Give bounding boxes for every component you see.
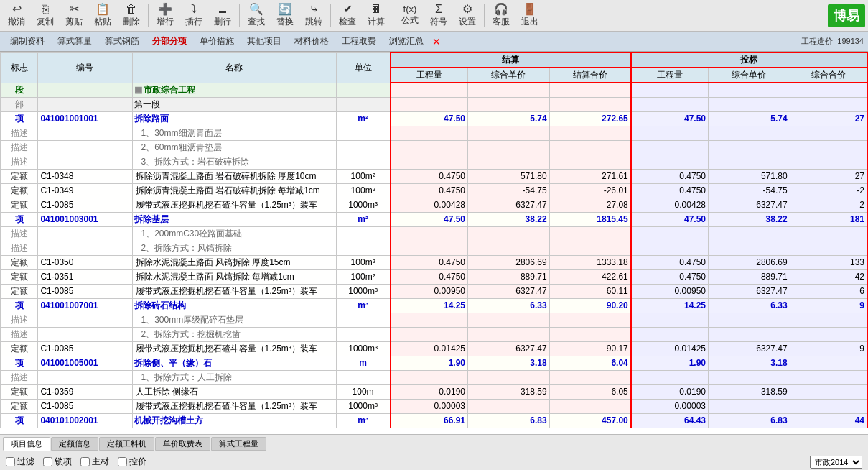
table-row[interactable]: 定额 C1-0348 拆除沥青混凝土路面 岩石破碎机拆除 厚度10cm 100m… [1,169,868,183]
cell-tz-total: -2 [790,183,867,198]
cell-code [38,226,132,241]
table-row[interactable]: 定额 C1-0349 拆除沥青混凝土路面 岩石破碎机拆除 每增减1cm 100m… [1,183,868,198]
table-row[interactable]: 段 ▣市政综合工程 [1,83,868,97]
cell-js-qty [391,83,468,97]
lock-checkbox[interactable] [43,457,52,466]
calc-button[interactable]: 🖩 计算 [363,2,390,29]
tab-quota-info[interactable]: 定额信息 [51,437,98,451]
jump-button[interactable]: ⤷ 跳转 [300,2,327,29]
control-price-checkbox-label[interactable]: 控价 [118,456,146,468]
menu-qita[interactable]: 其他项目 [241,34,287,49]
paste-button[interactable]: 📋 粘贴 [89,2,116,29]
cell-tz-up: 889.71 [709,269,790,284]
table-row[interactable]: 定额 C1-0085 履带式液压挖掘机挖石碴斗容量（1.25m³）装车 1000… [1,341,868,356]
insert-icon: ⤵ [191,4,197,15]
th-code: 编号 [38,52,132,83]
menu-danjia[interactable]: 单价措施 [194,34,240,49]
cell-js-up [468,226,550,241]
cell-js-up: 6327.47 [468,284,550,298]
close-tab-icon[interactable]: ✕ [432,36,441,47]
cell-tz-up: 6.33 [709,298,790,313]
delete-button[interactable]: 🗑 删除 [118,2,145,29]
main-material-checkbox-label[interactable]: 主材 [80,456,109,468]
cell-name: 拆除水泥混凝土路面 风镐拆除 厚度15cm [132,255,336,269]
find-button[interactable]: 🔍 查找 [243,2,270,29]
table-row[interactable]: 项 041001001001 拆除路面 m² 47.50 5.74 272.65… [1,111,868,126]
menu-bianzhi[interactable]: 编制资料 [4,34,50,49]
cell-tz-qty: 47.50 [631,111,709,126]
check-button[interactable]: ✔ 检查 [334,2,361,29]
undo-button[interactable]: ↩ 撤消 [3,2,30,29]
table-row[interactable]: 描述 2、拆除方式：风镐拆除 [1,241,868,255]
cut-button[interactable]: ✂ 剪贴 [60,2,88,29]
cell-unit: 100m² [336,269,391,284]
cell-tz-up: -54.75 [709,183,790,198]
settings-button[interactable]: ⚙ 设置 [454,2,481,29]
cell-name: 1、200mmC30砼路面基础 [132,226,336,241]
replace-button[interactable]: 🔄 替换 [271,2,299,29]
service-button[interactable]: 🎧 客服 [487,2,515,29]
table-row[interactable]: 定额 C1-0085 履带式液压挖掘机挖石碴斗容量（1.25m³）装车 1000… [1,198,868,212]
cell-tz-total: 27 [790,169,867,183]
cell-unit [336,140,391,155]
tab-project-info[interactable]: 项目信息 [3,437,50,451]
menu-fenbu[interactable]: 分部分项 [146,34,192,49]
table-row[interactable]: 定额 C1-0351 拆除水泥混凝土路面 风镐拆除 每增减1cm 100m² 0… [1,269,868,284]
region-select-wrapper[interactable]: 市政2014 [810,456,862,469]
add-row-button[interactable]: ➕ 增行 [151,2,179,29]
menu-gangjin[interactable]: 算式钢筋 [99,34,145,49]
menu-qufei[interactable]: 工程取费 [336,34,382,49]
insert-row-button[interactable]: ⤵ 插行 [180,2,207,29]
erase-row-button[interactable]: 🗕 删行 [209,2,236,29]
filter-checkbox[interactable] [6,457,15,466]
table-row[interactable]: 项 040101002001 机械开挖沟槽土方 m³ 66.91 6.83 45… [1,413,868,428]
table-row[interactable]: 描述 2、拆除方式：挖掘机挖凿 [1,327,868,341]
menu-lanlan[interactable]: 浏览汇总 [383,34,429,49]
cell-tag: 描述 [1,313,38,327]
cell-name: 1、30mm细沥青面层 [132,126,336,140]
paste-icon: 📋 [95,4,110,15]
cell-tz-qty [631,226,709,241]
tab-unit-fee[interactable]: 单价取费表 [155,437,210,451]
table-row[interactable]: 项 041001007001 拆除砖石结构 m³ 14.25 6.33 90.2… [1,298,868,313]
exit-button[interactable]: 🚪 退出 [516,2,543,29]
table-wrapper[interactable]: 标志 编号 名称 单位 结算 投标 工程量 综合单价 结算合价 工程量 综合单价… [0,52,868,434]
lock-checkbox-label[interactable]: 锁项 [43,456,72,468]
table-row[interactable]: 描述 1、30mm细沥青面层 [1,126,868,140]
copy-button[interactable]: ⎘ 复制 [32,2,59,29]
tab-quota-labor[interactable]: 定额工料机 [99,437,154,451]
cell-tag: 部 [1,97,38,111]
table-row[interactable]: 定额 C1-0350 拆除水泥混凝土路面 风镐拆除 厚度15cm 100m² 0… [1,255,868,269]
cell-tz-total [790,155,867,169]
table-row[interactable]: 项 041001005001 拆除侧、平（缘）石 m 1.90 3.18 6.0… [1,356,868,370]
cell-tz-qty: 0.00950 [631,284,709,298]
filter-label: 过滤 [17,456,34,468]
control-price-checkbox[interactable] [118,457,127,466]
cell-tz-qty: 0.00003 [631,399,709,413]
region-select[interactable]: 市政2014 [810,456,862,469]
table-row[interactable]: 项 041001003001 拆除基层 m² 47.50 38.22 1815.… [1,212,868,226]
formula-button[interactable]: f(x) 公式 [396,2,424,29]
cell-tag: 定额 [1,169,38,183]
tab-formula-qty[interactable]: 算式工程量 [211,437,266,451]
table-row[interactable]: 定额 C1-0085 履带式液压挖掘机挖石碴斗容量（1.25m³）装车 1000… [1,284,868,298]
table-row[interactable]: 描述 3、拆除方式：岩石破碎拆除 [1,155,868,169]
cell-js-qty [391,226,468,241]
cell-tz-up: 6.83 [709,413,790,428]
table-row[interactable]: 描述 1、200mmC30砼路面基础 [1,226,868,241]
table-row[interactable]: 描述 1、拆除方式：人工拆除 [1,370,868,384]
cell-code: C1-0085 [38,341,132,356]
table-row[interactable]: 部 第一段 [1,97,868,111]
cell-js-qty: 0.00428 [391,198,468,212]
table-row[interactable]: 定额 C1-0359 人工拆除 侧缘石 100m 0.0190 318.59 6… [1,384,868,399]
filter-checkbox-label[interactable]: 过滤 [6,456,34,468]
table-row[interactable]: 描述 1、300mm厚级配碎石垫层 [1,313,868,327]
table-row[interactable]: 描述 2、60mm粗沥青垫层 [1,140,868,155]
cell-code: C1-0359 [38,384,132,399]
menu-cailiao[interactable]: 材料价格 [289,34,335,49]
symbol-button[interactable]: Σ 符号 [425,2,452,29]
table-row[interactable]: 定额 C1-0085 履带式液压挖掘机挖石碴斗容量（1.25m³）装车 1000… [1,399,868,413]
main-material-checkbox[interactable] [80,457,90,466]
cell-js-total [549,126,631,140]
menu-suanshi[interactable]: 算式算量 [52,34,98,49]
